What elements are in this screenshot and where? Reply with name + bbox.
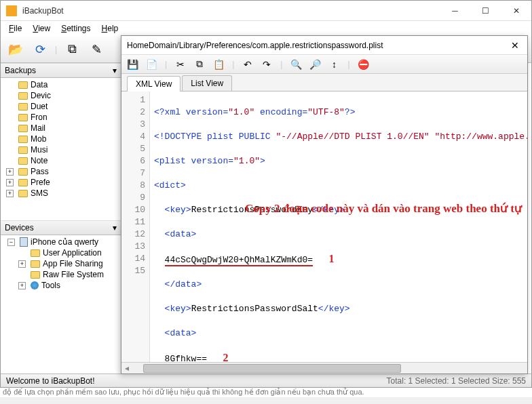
editor-tabs: XML View List View bbox=[121, 74, 527, 92]
folder-icon bbox=[18, 168, 28, 176]
statusbar: Welcome to iBackupBot! Total: 1 Selected… bbox=[1, 373, 531, 387]
findnext-icon[interactable]: 🔎 bbox=[308, 58, 322, 71]
folder-icon bbox=[18, 103, 28, 110]
collapse-icon[interactable]: ▾ bbox=[113, 223, 117, 233]
save-icon[interactable]: 💾 bbox=[126, 58, 139, 71]
brush-button[interactable]: ✎ bbox=[86, 39, 107, 60]
devices-label: Devices bbox=[5, 223, 34, 233]
editor-path: HomeDomain/Library/Preferences/com.apple… bbox=[127, 41, 506, 50]
find-icon[interactable]: 🔍 bbox=[289, 58, 303, 71]
tree-item[interactable]: Musi bbox=[1, 144, 121, 155]
open-button[interactable]: 📂 bbox=[5, 39, 26, 60]
replace-icon[interactable]: ↕ bbox=[327, 58, 341, 71]
expander-icon[interactable]: + bbox=[18, 282, 26, 289]
menu-settings[interactable]: Settings bbox=[57, 22, 94, 35]
tree-item[interactable]: Note bbox=[1, 155, 121, 166]
tree-item[interactable]: +App File Sharing bbox=[1, 258, 121, 269]
expander-icon[interactable]: + bbox=[18, 260, 26, 268]
folder-icon bbox=[18, 136, 28, 143]
editor-body[interactable]: 123456789101112131415 <?xml version="1.0… bbox=[121, 92, 527, 362]
tree-item[interactable]: Raw File System bbox=[1, 269, 121, 280]
minimize-button[interactable]: ─ bbox=[440, 1, 470, 20]
tree-item[interactable]: Mail bbox=[1, 123, 121, 134]
expander-icon[interactable]: − bbox=[7, 239, 15, 246]
phone-icon bbox=[20, 237, 28, 247]
menu-view[interactable]: View bbox=[28, 22, 54, 35]
tree-item[interactable]: +SMS bbox=[1, 188, 121, 199]
redo-icon[interactable]: ↷ bbox=[260, 58, 273, 71]
tree-item[interactable]: Duet bbox=[1, 101, 121, 112]
tree-item[interactable]: Devic bbox=[1, 90, 121, 101]
status-left: Welcome to iBackupBot! bbox=[6, 376, 95, 386]
tree-item[interactable]: −iPhone của qwerty bbox=[1, 237, 121, 247]
refresh-button[interactable]: ⟳ bbox=[29, 39, 51, 60]
tree-item[interactable]: +Tools bbox=[1, 280, 121, 291]
collapse-icon[interactable]: ▾ bbox=[113, 66, 117, 75]
tree-item[interactable]: Mob bbox=[1, 134, 121, 144]
backups-label: Backups bbox=[5, 66, 36, 75]
copy-button[interactable]: ⧉ bbox=[61, 39, 83, 60]
tree-item[interactable]: Fron bbox=[1, 112, 121, 123]
code-value-1: 44cScQwgDwjW20+QhMalKZWmKd0= bbox=[165, 255, 313, 266]
undo-icon[interactable]: ↶ bbox=[241, 58, 254, 71]
menubar: File View Settings Help bbox=[1, 21, 531, 36]
folder-icon bbox=[18, 114, 28, 121]
devices-panel-header: Devices▾ bbox=[1, 220, 121, 235]
backups-panel-header: Backups▾ bbox=[1, 63, 121, 78]
folder-icon bbox=[31, 271, 40, 279]
backups-tree[interactable]: Data Devic Duet Fron Mail Mob Musi Note … bbox=[1, 78, 121, 220]
editor-close-button[interactable]: ✕ bbox=[506, 37, 525, 54]
window-titlebar: iBackupBot ─ ☐ ✕ bbox=[1, 1, 531, 21]
folder-icon bbox=[18, 125, 28, 132]
editor-toolbar: 💾 📄 | ✂ ⧉ 📋 | ↶ ↷ | 🔍 🔎 ↕ | ⛔ bbox=[121, 55, 527, 74]
folder-icon bbox=[31, 249, 40, 257]
paste-icon[interactable]: 📋 bbox=[212, 58, 225, 71]
status-right: Total: 1 Selected: 1 Selected Size: 555 bbox=[387, 376, 526, 386]
maximize-button[interactable]: ☐ bbox=[470, 1, 501, 20]
tree-item[interactable]: Data bbox=[1, 79, 121, 90]
folder-icon bbox=[18, 190, 28, 197]
code-area[interactable]: <?xml version="1.0" encoding="UTF-8"?> <… bbox=[150, 92, 527, 362]
tree-item[interactable]: User Application bbox=[1, 247, 121, 258]
tab-xml-view[interactable]: XML View bbox=[127, 76, 180, 92]
menu-help[interactable]: Help bbox=[98, 22, 123, 35]
below-text: độ để lựa chọn phần mềm sao lưu, phục hồ… bbox=[0, 388, 532, 397]
tree-item[interactable]: +Pass bbox=[1, 166, 121, 177]
stop-icon[interactable]: ⛔ bbox=[357, 58, 370, 71]
copy-icon[interactable]: ⧉ bbox=[193, 58, 206, 71]
tree-item[interactable]: +Prefe bbox=[1, 177, 121, 188]
expander-icon[interactable]: + bbox=[6, 168, 14, 176]
gear-icon bbox=[31, 281, 39, 289]
annotation-1: 1 bbox=[328, 253, 334, 264]
folder-icon bbox=[31, 260, 40, 268]
close-button[interactable]: ✕ bbox=[501, 1, 531, 20]
folder-icon bbox=[18, 81, 28, 89]
scrollbar-thumb[interactable] bbox=[143, 364, 401, 373]
code-value-2: 8Gfhkw== bbox=[165, 354, 207, 362]
menu-file[interactable]: File bbox=[5, 22, 26, 35]
annotation-text: Copy 2 đoạn code này và dán vào trang we… bbox=[245, 201, 421, 216]
horizontal-scrollbar[interactable]: ◂ bbox=[121, 362, 527, 373]
cut-icon[interactable]: ✂ bbox=[174, 58, 187, 71]
folder-icon bbox=[18, 157, 28, 165]
annotation-2: 2 bbox=[223, 352, 228, 362]
folder-icon bbox=[18, 146, 28, 154]
tab-list-view[interactable]: List View bbox=[182, 75, 232, 91]
saveall-icon[interactable]: 📄 bbox=[145, 58, 158, 71]
app-icon bbox=[6, 5, 17, 16]
devices-tree[interactable]: −iPhone của qwerty User Application +App… bbox=[1, 235, 121, 373]
expander-icon[interactable]: + bbox=[6, 190, 14, 197]
plist-editor-window: HomeDomain/Library/Preferences/com.apple… bbox=[121, 35, 528, 374]
folder-icon bbox=[18, 92, 28, 100]
expander-icon[interactable]: + bbox=[6, 179, 14, 186]
window-title: iBackupBot bbox=[22, 6, 440, 16]
line-gutter: 123456789101112131415 bbox=[121, 92, 150, 362]
folder-icon bbox=[18, 179, 28, 186]
